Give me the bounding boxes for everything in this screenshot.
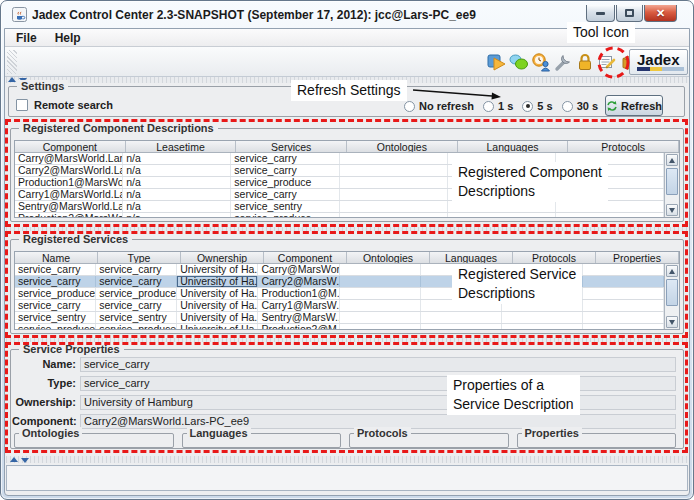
close-button[interactable]: ✕ (644, 5, 677, 22)
column-header[interactable]: Ontologies (347, 252, 430, 263)
table-cell[interactable]: service_carry (96, 276, 177, 287)
column-header[interactable]: Protocols (513, 252, 596, 263)
radio-30s[interactable]: 30 s (562, 100, 598, 112)
table-row[interactable]: Sentry@MarsWorld.La...n/aservice_sentry (15, 201, 664, 213)
type-field[interactable]: service_carry (80, 376, 676, 391)
table-cell[interactable] (340, 165, 448, 176)
table-cell[interactable]: n/a (123, 165, 231, 176)
table-cell[interactable]: service_carry (231, 153, 339, 164)
scrollbar-thumb[interactable] (666, 168, 678, 195)
table-cell[interactable] (583, 288, 664, 299)
table-cell[interactable]: service_sentry (15, 312, 96, 323)
radio-1s[interactable]: 1 s (483, 100, 513, 112)
table-cell[interactable]: Carry1@MarsWorld.La... (15, 189, 123, 200)
table-cell[interactable]: University of Ha... (177, 324, 258, 330)
table-cell[interactable] (583, 264, 664, 275)
table-cell[interactable] (448, 201, 556, 212)
table-cell[interactable] (340, 276, 421, 287)
scroll-down-icon[interactable] (666, 316, 678, 328)
name-field[interactable]: service_carry (80, 357, 676, 372)
table-cell[interactable] (583, 324, 664, 330)
column-header[interactable]: Languages (430, 252, 513, 263)
table-cell[interactable]: service_sentry (96, 312, 177, 323)
column-header[interactable]: Languages (458, 141, 569, 152)
table-cell[interactable] (421, 324, 502, 330)
table-cell[interactable]: University of Ha... (177, 312, 258, 323)
table-cell[interactable] (340, 153, 448, 164)
table-cell[interactable]: service_produce (96, 288, 177, 299)
table-cell[interactable]: Carry2@MarsWorld.La... (15, 165, 123, 176)
table-cell[interactable]: service_carry (231, 189, 339, 200)
column-header[interactable]: Properties (596, 252, 679, 263)
table-cell[interactable]: service_produce (231, 177, 339, 188)
table-cell[interactable]: Production2@MarsWo... (15, 213, 123, 218)
table-cell[interactable]: Production1@MarsWo... (15, 177, 123, 188)
wrench-tool-icon[interactable] (552, 49, 573, 74)
table-cell[interactable]: service_carry (96, 300, 177, 311)
scroll-down-icon[interactable] (666, 204, 678, 216)
table-cell[interactable]: n/a (123, 213, 231, 218)
table-cell[interactable]: service_produce (231, 213, 339, 218)
components-scrollbar[interactable] (664, 153, 679, 217)
table-cell[interactable]: service_produce (15, 324, 96, 330)
table-row[interactable]: service_produceservice_produceUniversity… (15, 324, 664, 330)
ownership-field[interactable]: University of Hamburg (80, 395, 676, 410)
table-cell[interactable] (502, 324, 583, 330)
table-cell[interactable] (556, 201, 664, 212)
table-cell[interactable]: Production2@M... (258, 324, 339, 330)
table-cell[interactable] (340, 300, 421, 311)
security-tool-icon[interactable] (574, 49, 595, 74)
table-cell[interactable] (340, 324, 421, 330)
column-header[interactable]: Ontologies (347, 141, 458, 152)
table-cell[interactable] (340, 177, 448, 188)
splitter-collapse-icon[interactable] (8, 77, 16, 82)
menu-help[interactable]: Help (48, 31, 88, 45)
splitter-mid-2[interactable] (6, 338, 688, 342)
table-cell[interactable]: Sentry@MarsWorld.La... (15, 201, 123, 212)
table-cell[interactable]: service_carry (15, 276, 96, 287)
table-cell[interactable]: Sentry@MarsW... (258, 312, 339, 323)
table-cell[interactable]: Carry1@MarsW... (258, 300, 339, 311)
awareness-tool-icon[interactable] (530, 49, 551, 74)
table-cell[interactable] (340, 213, 448, 218)
table-row[interactable]: service_sentryservice_sentryUniversity o… (15, 312, 664, 324)
table-cell[interactable] (583, 300, 664, 311)
table-cell[interactable]: Production1@M... (258, 288, 339, 299)
table-cell[interactable]: service_carry (231, 165, 339, 176)
refresh-button[interactable]: Refresh (605, 95, 663, 116)
table-cell[interactable]: Carry2@MarsW... (258, 276, 339, 287)
table-cell[interactable]: service_carry (15, 300, 96, 311)
column-header[interactable]: Name (15, 252, 98, 263)
table-cell[interactable] (448, 213, 556, 218)
table-cell[interactable] (556, 213, 664, 218)
table-cell[interactable]: n/a (123, 177, 231, 188)
splitter-expand-icon[interactable] (21, 458, 29, 463)
table-cell[interactable] (340, 264, 421, 275)
minimize-button[interactable] (586, 5, 615, 22)
remote-search-checkbox[interactable] (16, 99, 28, 111)
table-cell[interactable] (340, 189, 448, 200)
column-header[interactable]: Leasetime (126, 141, 237, 152)
scroll-up-icon[interactable] (666, 265, 678, 277)
scrollbar-thumb[interactable] (666, 279, 678, 306)
column-header[interactable]: Type (98, 252, 181, 263)
table-cell[interactable]: service_carry (15, 264, 96, 275)
table-cell[interactable] (340, 288, 421, 299)
table-cell[interactable]: service_produce (96, 324, 177, 330)
table-cell[interactable]: Carry@MarsWorld.Lar... (15, 153, 123, 164)
column-header[interactable]: Services (236, 141, 347, 152)
conversation-tool-icon[interactable] (508, 49, 529, 74)
column-header[interactable]: Component (15, 141, 126, 152)
table-cell[interactable]: n/a (123, 201, 231, 212)
splitter-collapse-icon[interactable] (10, 457, 18, 462)
column-header[interactable]: Protocols (568, 141, 679, 152)
console-panel[interactable] (6, 465, 688, 491)
message-tool-icon[interactable] (596, 49, 617, 74)
table-cell[interactable]: University of Ha... (177, 288, 258, 299)
toolbar-grip[interactable] (7, 50, 17, 74)
table-cell[interactable]: University of Ha... (177, 264, 258, 275)
table-cell[interactable]: University of Ha... (177, 276, 258, 287)
jadex-logo[interactable]: Jadex (629, 49, 688, 75)
table-cell[interactable] (583, 312, 664, 323)
table-cell[interactable]: University of Ha... (177, 300, 258, 311)
